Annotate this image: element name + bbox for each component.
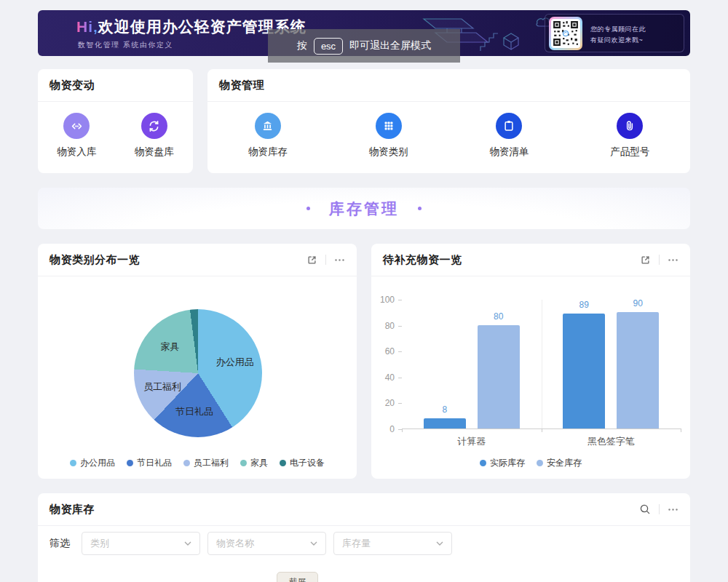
category-distribution-card: 物资类别分布一览 办公用品节日礼品员工福利家具 办公用品节日礼品员工福利家具电子… <box>38 244 357 479</box>
legend-dot <box>537 460 543 466</box>
material-management-header: 物资管理 <box>207 69 690 102</box>
expand-icon[interactable] <box>306 255 317 266</box>
pie-slice-label: 家具 <box>161 340 180 354</box>
bar-legend: 实际库存安全库存 <box>371 457 690 469</box>
section-dot-left <box>306 207 310 210</box>
legend-dot <box>480 460 486 466</box>
entry-item-material-list[interactable]: 物资清单 <box>489 113 529 159</box>
pie-chart[interactable] <box>134 309 262 437</box>
grid-icon <box>376 113 402 139</box>
x-axis-tick-mark <box>542 428 542 432</box>
more-options-icon[interactable] <box>668 508 678 511</box>
material-stock-card: 物资库存 筛选 类别 物资名称 库存量 <box>38 493 690 582</box>
y-axis-tick-mark <box>398 403 402 404</box>
legend-dot <box>280 460 286 466</box>
bar-value-label: 90 <box>633 298 643 308</box>
x-axis-tick-mark <box>681 428 681 432</box>
inventory-card-actions <box>639 503 678 515</box>
y-axis-tick-label: 20 <box>371 398 395 408</box>
entry-item-label: 物资入库 <box>57 146 96 159</box>
chevron-down-icon <box>436 541 443 546</box>
section-dot-right <box>418 207 422 210</box>
legend-label: 电子设备 <box>290 457 325 469</box>
category-split-line <box>542 300 542 428</box>
material-management-items: 物资库存 物资类别 物资清单 <box>207 102 690 159</box>
inventory-card-header: 物资库存 <box>38 493 690 526</box>
y-axis-tick-mark <box>398 351 402 352</box>
legend-item[interactable]: 家具 <box>240 457 268 469</box>
select-placeholder: 类别 <box>90 537 109 550</box>
y-axis-tick-mark <box>398 378 402 378</box>
entry-item-material-category[interactable]: 物资类别 <box>369 113 408 159</box>
legend-label: 节日礼品 <box>137 457 172 469</box>
entry-item-label: 物资清单 <box>489 146 529 159</box>
clipboard-icon <box>496 113 522 139</box>
bar-value-label: 89 <box>579 300 589 310</box>
y-axis-tick-label: 60 <box>371 346 395 356</box>
toast-prefix: 按 <box>297 39 307 52</box>
more-options-icon[interactable] <box>334 258 345 262</box>
bar-chart[interactable]: 020406080100880计算器8990黑色签字笔 <box>402 300 681 429</box>
qr-code-image <box>551 19 580 48</box>
entry-item-material-inbound[interactable]: 物资入库 <box>57 113 96 159</box>
expand-icon[interactable] <box>640 255 651 266</box>
legend-dot <box>183 460 190 466</box>
bar-安全库存-黑色签字笔[interactable] <box>617 312 659 428</box>
legend-item[interactable]: 电子设备 <box>280 457 325 469</box>
qr-code <box>549 17 582 50</box>
filter-row: 筛选 类别 物资名称 库存量 <box>50 532 459 555</box>
legend-item[interactable]: 安全库存 <box>537 457 582 469</box>
x-axis-category-label: 黑色签字笔 <box>587 435 635 448</box>
entry-item-label: 物资盘库 <box>135 146 174 159</box>
select-placeholder: 物资名称 <box>216 537 254 550</box>
legend-item[interactable]: 实际库存 <box>480 457 525 469</box>
filter-label: 筛选 <box>50 537 70 550</box>
pie-slice-label: 节日礼品 <box>175 405 213 418</box>
material-name-select[interactable]: 物资名称 <box>207 532 326 555</box>
screenshot-button-label: 截屏 <box>289 576 306 582</box>
arrows-in-icon <box>63 113 90 139</box>
inventory-card-title: 物资库存 <box>50 503 95 517</box>
bar-value-label: 8 <box>442 404 447 415</box>
legend-item[interactable]: 办公用品 <box>70 457 115 469</box>
paperclip-icon <box>617 113 643 139</box>
search-icon[interactable] <box>639 503 651 515</box>
legend-label: 家具 <box>250 457 268 469</box>
legend-dot <box>240 460 247 466</box>
material-management-card: 物资管理 物资库存 物资类别 <box>207 69 690 173</box>
card-title: 物资变动 <box>50 79 95 92</box>
legend-item[interactable]: 员工福利 <box>183 457 229 469</box>
inventory-section-banner: 库存管理 <box>38 188 690 229</box>
action-divider <box>325 255 326 265</box>
qr-panel: 您的专属顾问在此 有疑问欢迎来戳~ <box>545 14 684 52</box>
entry-item-label: 产品型号 <box>610 146 649 159</box>
legend-dot <box>127 460 133 466</box>
y-axis-tick-label: 100 <box>371 295 395 305</box>
refresh-icon <box>141 113 167 139</box>
bar-card-actions <box>640 255 678 266</box>
bar-实际库存-计算器[interactable] <box>424 418 466 428</box>
more-options-icon[interactable] <box>668 258 678 262</box>
x-axis-tick-mark <box>402 428 403 432</box>
chevron-down-icon <box>310 541 317 546</box>
pie-card-title: 物资类别分布一览 <box>50 253 140 267</box>
pie-card-actions <box>306 255 345 266</box>
action-divider <box>659 255 660 265</box>
legend-item[interactable]: 节日礼品 <box>127 457 172 469</box>
pie-chart-area: 办公用品节日礼品员工福利家具 <box>134 309 262 437</box>
legend-dot <box>70 460 76 466</box>
bar-实际库存-黑色签字笔[interactable] <box>563 314 605 428</box>
esc-key-badge: esc <box>314 38 343 55</box>
category-select[interactable]: 类别 <box>82 532 200 555</box>
entry-item-material-stock[interactable]: 物资库存 <box>248 113 288 159</box>
entry-item-product-model[interactable]: 产品型号 <box>610 113 649 159</box>
screenshot-button[interactable]: 截屏 <box>277 572 318 582</box>
chevron-down-icon <box>184 541 191 546</box>
stock-quantity-select[interactable]: 库存量 <box>333 532 452 555</box>
pie-legend: 办公用品节日礼品员工福利家具电子设备 <box>38 457 357 469</box>
y-axis-tick-mark <box>398 300 402 300</box>
entry-item-material-stocktake[interactable]: 物资盘库 <box>135 113 174 159</box>
bar-安全库存-计算器[interactable] <box>478 325 520 428</box>
legend-label: 实际库存 <box>490 457 525 469</box>
banner-greeting-prefix: Hi, <box>76 18 98 35</box>
